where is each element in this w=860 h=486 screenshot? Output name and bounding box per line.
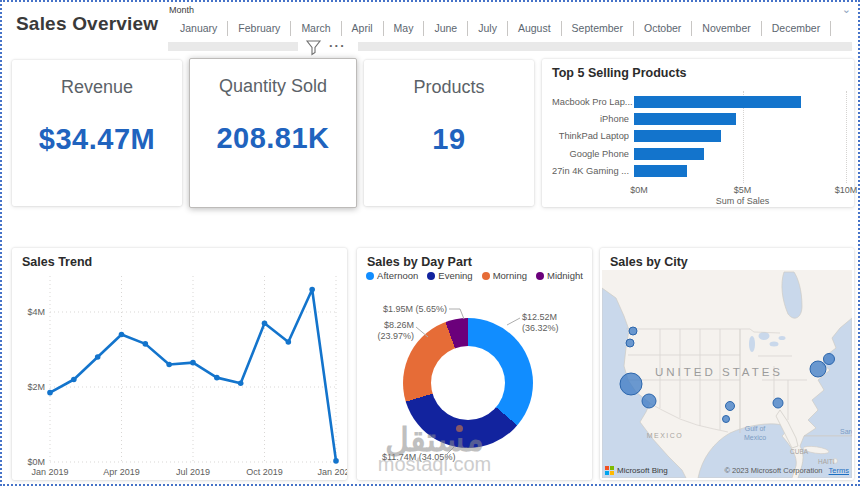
legend-item-afternoon[interactable]: Afternoon [366, 270, 418, 281]
kpi-card-products[interactable]: Products 19 [364, 60, 534, 206]
legend-item-morning[interactable]: Morning [482, 270, 527, 281]
sales-by-city-map[interactable]: Sales by City [600, 248, 854, 480]
more-options-icon[interactable]: ... [329, 35, 346, 50]
top5-products-chart[interactable]: Top 5 Selling Products Macbook Pro Lap..… [542, 59, 854, 207]
month-tab-october[interactable]: October [634, 22, 691, 34]
chevron-down-icon[interactable]: ⌄ [842, 3, 851, 16]
lake-erie [770, 342, 779, 347]
data-point[interactable] [119, 332, 125, 338]
kpi-value: 208.81K [216, 122, 329, 155]
city-bubble[interactable] [642, 394, 656, 408]
legend-item-midnight[interactable]: Midnight [536, 270, 583, 281]
bar-category-label: iPhone [552, 114, 634, 124]
provider-label: Microsoft Bing [617, 466, 668, 475]
filter-funnel-icon[interactable] [305, 39, 322, 56]
data-point[interactable] [47, 390, 53, 396]
bar-row: Google Phone [552, 145, 846, 162]
data-point[interactable] [71, 377, 77, 383]
bar-track [634, 130, 846, 142]
donut-chart[interactable] [403, 318, 533, 448]
chart-title: Sales by Day Part [367, 255, 472, 269]
city-bubble[interactable] [726, 402, 735, 411]
kpi-label: Products [413, 77, 484, 98]
bar-row: ThinkPad Laptop [552, 128, 846, 145]
legend-dot [482, 272, 490, 280]
month-tab-may[interactable]: May [384, 22, 424, 34]
month-tab-july[interactable]: July [468, 22, 507, 34]
bar[interactable] [634, 113, 736, 125]
callout-value: $8.26M [357, 320, 414, 331]
data-point[interactable] [309, 287, 315, 293]
terms-link[interactable]: Terms [829, 466, 849, 475]
city-bubble[interactable] [773, 398, 783, 408]
city-bubble[interactable] [620, 373, 642, 395]
month-tab-april[interactable]: April [342, 22, 383, 34]
data-point[interactable] [286, 339, 292, 345]
callout-evening: $11.74M (34.05%) [382, 452, 455, 463]
map-canvas [602, 270, 852, 478]
kpi-card-revenue[interactable]: Revenue $34.47M [12, 60, 182, 206]
map-viewport[interactable]: UNITED STATES MEXICO Gulf of Mexico CUBA… [602, 270, 852, 478]
month-tab-september[interactable]: September [562, 22, 633, 34]
x-tick-label: Apr 2019 [103, 467, 140, 477]
bar-rows: Macbook Pro Lap...iPhoneThinkPad LaptopG… [552, 93, 846, 180]
bar[interactable] [634, 130, 721, 142]
lake-ontario [779, 336, 786, 340]
data-point[interactable] [238, 380, 244, 386]
bar[interactable] [634, 165, 687, 177]
legend-dot [536, 272, 544, 280]
x-tick-label: Jan 2020 [317, 467, 347, 477]
lake-michigan [749, 336, 755, 352]
callout-pct: (23.97%) [357, 331, 414, 342]
bar-category-label: 27in 4K Gaming ... [552, 166, 634, 176]
kpi-value: 19 [432, 123, 465, 156]
legend-dot [427, 272, 435, 280]
callout-pct: (36.32%) [522, 323, 559, 334]
legend-item-evening[interactable]: Evening [427, 270, 472, 281]
month-tab-august[interactable]: August [508, 22, 561, 34]
city-bubble[interactable] [629, 327, 637, 335]
sales-by-daypart-chart[interactable]: Sales by Day Part AfternoonEveningMornin… [357, 248, 592, 480]
trend-line[interactable] [50, 290, 336, 461]
data-point[interactable] [214, 375, 220, 381]
slicer-hover-strip-right [358, 42, 852, 51]
y-tick-label: $4M [27, 307, 45, 317]
page-title: Sales Overview [16, 13, 158, 35]
data-point[interactable] [166, 362, 172, 368]
city-bubble[interactable] [723, 416, 730, 423]
data-point[interactable] [143, 341, 149, 347]
chart-title: Sales Trend [22, 255, 92, 269]
gridline [846, 91, 847, 183]
donut-hole [431, 346, 505, 420]
data-point[interactable] [190, 360, 196, 366]
y-tick-label: $2M [27, 382, 45, 392]
legend-label: Evening [438, 270, 472, 281]
bar-row: Macbook Pro Lap... [552, 93, 846, 110]
line-chart-plot: $0M$2M$4MJan 2019Apr 2019Jul 2019Oct 201… [12, 248, 347, 480]
kpi-label: Quantity Sold [219, 76, 327, 97]
data-point[interactable] [333, 458, 339, 464]
city-bubble[interactable] [810, 361, 826, 377]
city-bubble[interactable] [824, 354, 835, 365]
city-bubble[interactable] [626, 339, 634, 347]
data-point[interactable] [262, 320, 268, 326]
copyright-attribution: © 2023 Microsoft Corporation Terms [724, 466, 849, 475]
month-tab-march[interactable]: March [291, 22, 340, 34]
data-point[interactable] [95, 354, 101, 360]
y-tick-label: $0M [27, 457, 45, 467]
sales-trend-chart[interactable]: Sales Trend $0M$2M$4MJan 2019Apr 2019Jul… [12, 248, 347, 480]
bar[interactable] [634, 148, 704, 160]
month-tab-january[interactable]: January [170, 22, 227, 34]
month-tab-november[interactable]: November [692, 22, 760, 34]
month-tab-february[interactable]: February [228, 22, 290, 34]
bar-category-label: ThinkPad Laptop [552, 131, 634, 141]
month-tab-december[interactable]: December [762, 22, 830, 34]
x-tick-label: Jul 2019 [176, 467, 210, 477]
x-tick-label: Jan 2019 [31, 467, 68, 477]
kpi-card-quantity-sold[interactable]: Quantity Sold 208.81K [189, 58, 357, 208]
month-tab-june[interactable]: June [424, 22, 467, 34]
bar-row: iPhone [552, 110, 846, 127]
report-canvas: Sales Overview Month JanuaryFebruaryMarc… [0, 0, 860, 486]
bar[interactable] [634, 96, 801, 108]
legend-dot [366, 272, 374, 280]
